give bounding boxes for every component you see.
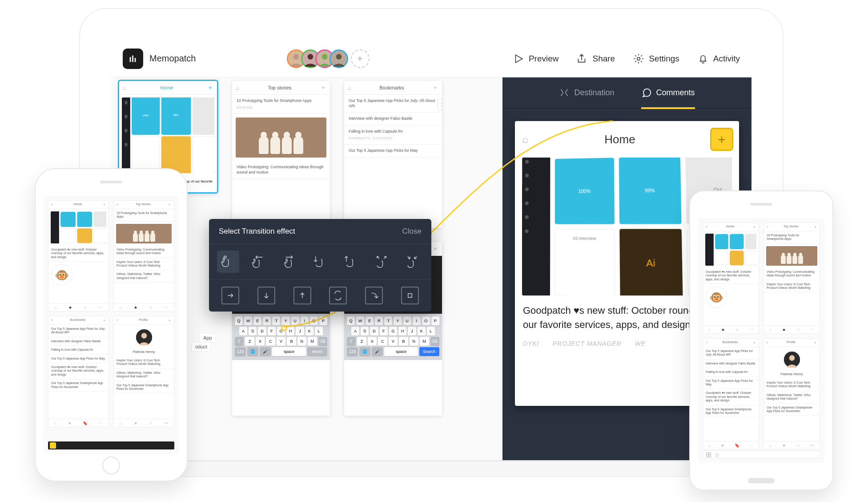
phone-iphone: ⌕Home＋ Goodpatch ♥s new stuff: October r… [36,169,187,481]
play-icon [513,53,524,65]
link-origin-dot[interactable] [281,325,287,331]
android-home-button[interactable] [748,478,775,483]
search-icon[interactable]: ⌕ [522,133,528,146]
mini-tile-top-stories[interactable]: ⌕Top stories＋ 10 Prototyping Tools for S… [113,200,174,312]
search-icon: ⌕ [236,84,239,91]
canvas-zone: ⌕ Home ＋ 100% 99% [111,77,751,476]
search-icon: ⌕ [123,84,126,91]
tile-title-partial-app: App [199,333,216,343]
activity-button[interactable]: Activity [697,53,740,65]
ios-keyboard: QWERTYUIOP ASDFGHJKL ⇧ZXCVBNM⌫ 123 🌐 🎤 s… [232,314,330,360]
plus-icon[interactable]: ＋ [432,245,438,253]
app-header: Memopatch + Preview Share [111,40,751,77]
search-icon: ⌕ [348,84,351,91]
modal-close-button[interactable]: Close [402,227,422,236]
bell-icon [697,53,709,65]
add-collaborator-button[interactable]: + [351,49,370,68]
mini-tile-profile[interactable]: ⌕Profile＋ Patricia Henry Inspire Your Us… [764,338,820,449]
screen-tile-top-stories[interactable]: ⌕Top stories＋ 10 Prototyping Tools for S… [232,81,330,228]
mini-tile-bookmarks[interactable]: ⌕Bookmarks＋ Our Top 5 Japanese App Picks… [48,316,109,427]
svg-point-15 [141,333,147,339]
tile-title: Top stories [268,85,291,90]
mascot-icon: 🐵 [706,287,727,308]
add-screen-button[interactable] [50,442,56,449]
app-logo[interactable] [123,49,143,69]
iphone-screen[interactable]: ⌕Home＋ Goodpatch ♥s new stuff: October r… [44,196,179,454]
header-actions: Preview Share Settings Activity [513,53,740,65]
profile-name: Patricia Henry [114,350,174,354]
transition-slide-up[interactable] [293,287,311,304]
settings-label: Settings [649,54,679,64]
svg-rect-13 [408,294,412,298]
screen-tile-bookmarks[interactable]: ⌕Bookmarks＋ Our Top 5 Japanese App Picks… [344,81,442,228]
tab-destination[interactable]: Destination [559,88,614,98]
kbd-row-3: ⇧ZXCVBNM⌫ [235,337,327,346]
mascot-icon: 🐵 [51,264,72,286]
dash-card: 99% [161,97,191,134]
laptop-screen: Memopatch + Preview Share [111,40,751,476]
tile-title: Home [160,85,173,90]
share-label: Share [592,54,615,64]
transition-flip[interactable] [329,287,347,304]
gesture-swipe-right[interactable] [278,251,301,273]
mini-tile-bookmarks[interactable]: ⌕Bookmarks＋ Our Top 5 Japanese App Picks… [703,338,759,449]
svg-rect-0 [130,57,131,62]
gesture-spread[interactable] [401,251,423,273]
preview-button[interactable]: Preview [513,53,559,65]
add-hotspot-button[interactable]: ＋ [711,129,732,150]
plus-icon[interactable]: ＋ [320,84,326,92]
svg-point-8 [321,54,327,60]
tile-title: Bookmarks [379,85,404,90]
mini-tile-profile[interactable]: ⌕Profile＋ Patricia Henry Inspire Your Us… [113,316,174,427]
phone-android: ⌕Home＋ Goodpatch ♥s new stuff: October r… [690,191,832,490]
iphone-home-button[interactable] [102,457,120,474]
mini-tile-home[interactable]: ⌕Home＋ Goodpatch ♥s new stuff: October r… [703,223,759,334]
gesture-pinch[interactable] [370,251,393,273]
activity-label: Activity [713,54,740,64]
plus-icon[interactable]: ＋ [207,84,213,92]
profile-name: Patricia Henry [764,372,820,376]
android-screen[interactable]: ⌕Home＋ Goodpatch ♥s new stuff: October r… [698,218,824,463]
gesture-swipe-down[interactable] [309,251,331,273]
gesture-tap[interactable] [217,251,239,273]
ios-keyboard: QWERTYUIOP ASDFGHJKL ⇧ZXCVBNM⌫ 123 🌐 🎤 s… [344,314,442,360]
phone-bottom-bar[interactable]: ⊞⌕ [703,450,820,458]
gear-icon [633,53,644,65]
preview-label: Preview [529,54,559,64]
share-button[interactable]: Share [576,53,615,65]
transition-slide-down[interactable] [257,287,275,304]
svg-point-10 [336,54,342,60]
kbd-row-3b: ⇧ZXCVBNM⌫ [347,337,439,346]
article-thumb [236,117,326,158]
settings-button[interactable]: Settings [633,53,679,65]
transition-curl[interactable] [365,287,383,304]
project-name: Memopatch [149,53,196,64]
svg-point-4 [293,54,299,60]
phone-bottom-bar[interactable] [48,441,174,449]
tab-comments[interactable]: Comments [641,88,695,109]
transition-modal: Select Transition effect Close [209,219,431,312]
gesture-swipe-left[interactable] [248,251,270,273]
comment-icon [641,88,652,98]
avatar-4[interactable] [330,49,348,68]
dash-card: 100% [132,97,160,134]
plus-icon[interactable]: ＋ [432,84,438,92]
transition-slide-right[interactable] [221,287,239,304]
tile-close-button[interactable]: ✕ [438,99,442,110]
svg-point-11 [637,57,640,60]
svg-rect-1 [132,55,133,62]
kbd-row-1b: QWERTYUIOP [347,316,439,325]
gesture-row [209,244,431,279]
transition-none[interactable] [401,287,419,304]
svg-rect-2 [135,58,136,62]
mini-tile-home[interactable]: ⌕Home＋ Goodpatch ♥s new stuff: October r… [48,200,109,312]
modal-title: Select Transition effect [219,227,295,236]
preview-title: Home [604,133,635,146]
kbd-row-2b: ASDFGHJKL [347,327,439,336]
collaborator-avatars: + [291,49,370,68]
bars-icon [128,54,138,64]
profile-avatar [784,352,800,368]
profile-avatar [136,329,152,345]
mini-tile-top-stories[interactable]: ⌕Top stories＋ 10 Prototyping Tools for S… [764,223,820,334]
gesture-swipe-up[interactable] [340,251,362,273]
